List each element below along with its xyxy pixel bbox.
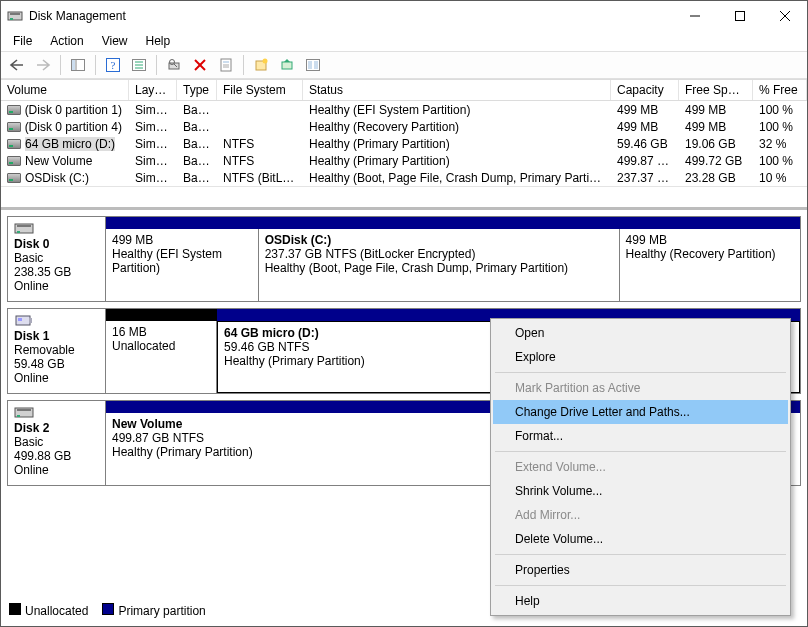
column-header-percent-free[interactable]: % Free: [753, 80, 807, 100]
column-header-status[interactable]: Status: [303, 80, 611, 100]
properties-button[interactable]: [214, 54, 238, 76]
disk-size: 238.35 GB: [14, 265, 99, 279]
context-menu-item[interactable]: Help: [493, 589, 788, 613]
partition[interactable]: OSDisk (C:)237.37 GB NTFS (BitLocker Enc…: [259, 229, 620, 301]
toolbar-separator: [60, 55, 61, 75]
new-volume-button[interactable]: [249, 54, 273, 76]
svg-rect-1: [10, 18, 13, 20]
svg-rect-36: [29, 318, 32, 323]
svg-line-6: [780, 11, 790, 21]
svg-rect-9: [72, 60, 75, 70]
volume-list[interactable]: (Disk 0 partition 1)SimpleBasicHealthy (…: [1, 101, 807, 186]
volume-row[interactable]: New VolumeSimpleBasicNTFSHealthy (Primar…: [1, 152, 807, 169]
toolbar-separator: [95, 55, 96, 75]
volume-row[interactable]: (Disk 0 partition 1)SimpleBasicHealthy (…: [1, 101, 807, 118]
drive-icon: [7, 105, 21, 115]
column-header-filesystem[interactable]: File System: [217, 80, 303, 100]
partition-status: Healthy (EFI System Partition): [112, 247, 252, 275]
drive-icon: [7, 139, 21, 149]
close-button[interactable]: [762, 2, 807, 30]
context-menu-separator: [495, 451, 786, 452]
context-menu-separator: [495, 585, 786, 586]
pane-splitter[interactable]: [1, 186, 807, 210]
partition-status: Healthy (Recovery Partition): [626, 247, 794, 261]
legend: Unallocated Primary partition: [7, 599, 208, 622]
menu-action[interactable]: Action: [42, 32, 91, 50]
context-menu-item[interactable]: Explore: [493, 345, 788, 369]
svg-rect-33: [17, 225, 31, 227]
legend-unallocated: Unallocated: [9, 603, 88, 618]
disk-row: Disk 0Basic238.35 GBOnline499 MBHealthy …: [7, 216, 801, 302]
column-header-layout[interactable]: Layout: [129, 80, 177, 100]
context-menu-item[interactable]: Properties: [493, 558, 788, 582]
svg-rect-27: [282, 62, 292, 69]
svg-rect-39: [17, 409, 31, 411]
window-title: Disk Management: [29, 9, 672, 23]
disk-icon: [14, 313, 34, 327]
detach-vhd-button[interactable]: [301, 54, 325, 76]
disk-info[interactable]: Disk 2Basic499.88 GBOnline: [8, 401, 106, 485]
back-button[interactable]: [5, 54, 29, 76]
app-icon: [7, 8, 23, 24]
legend-primary: Primary partition: [102, 603, 205, 618]
toolbar: ?: [1, 51, 807, 79]
volume-name: (Disk 0 partition 4): [25, 120, 122, 134]
volume-filesystem: [217, 124, 303, 130]
volume-freespace: 23.28 GB: [679, 168, 753, 188]
forward-button[interactable]: [31, 54, 55, 76]
context-menu-item[interactable]: Shrink Volume...: [493, 479, 788, 503]
title-bar: Disk Management: [1, 1, 807, 31]
disk-info[interactable]: Disk 1Removable59.48 GBOnline: [8, 309, 106, 393]
maximize-button[interactable]: [717, 2, 762, 30]
context-menu-item[interactable]: Delete Volume...: [493, 527, 788, 551]
column-header-volume[interactable]: Volume: [1, 80, 129, 100]
volume-name: New Volume: [25, 154, 92, 168]
context-menu-item[interactable]: Open: [493, 321, 788, 345]
column-header-type[interactable]: Type: [177, 80, 217, 100]
toolbar-separator: [243, 55, 244, 75]
volume-list-header: Volume Layout Type File System Status Ca…: [1, 79, 807, 101]
volume-row[interactable]: OSDisk (C:)SimpleBasicNTFS (BitLo...Heal…: [1, 169, 807, 186]
disk-icon: [14, 405, 34, 419]
volume-percent-free: 10 %: [753, 168, 807, 188]
toolbar-separator: [156, 55, 157, 75]
volume-name: (Disk 0 partition 1): [25, 103, 122, 117]
context-menu-item[interactable]: Change Drive Letter and Paths...: [493, 400, 788, 424]
context-menu-item: Extend Volume...: [493, 455, 788, 479]
volume-capacity: 237.37 GB: [611, 168, 679, 188]
partition-status: Unallocated: [112, 339, 210, 353]
drive-icon: [7, 173, 21, 183]
column-header-freespace[interactable]: Free Space: [679, 80, 753, 100]
svg-rect-35: [18, 318, 22, 321]
disk-status: Online: [14, 371, 99, 385]
disk-status: Online: [14, 279, 99, 293]
minimize-button[interactable]: [672, 2, 717, 30]
partition-size: 16 MB: [112, 325, 210, 339]
disk-info[interactable]: Disk 0Basic238.35 GBOnline: [8, 217, 106, 301]
svg-rect-30: [314, 61, 318, 69]
menu-view[interactable]: View: [94, 32, 136, 50]
partition-status: Healthy (Boot, Page File, Crash Dump, Pr…: [265, 261, 613, 275]
volume-row[interactable]: (Disk 0 partition 4)SimpleBasicHealthy (…: [1, 118, 807, 135]
disk-name: Disk 0: [14, 237, 99, 251]
show-hide-console-tree-button[interactable]: [66, 54, 90, 76]
context-menu-item[interactable]: Format...: [493, 424, 788, 448]
volume-row[interactable]: 64 GB micro (D:)SimpleBasicNTFSHealthy (…: [1, 135, 807, 152]
context-menu: OpenExploreMark Partition as ActiveChang…: [490, 318, 791, 616]
attach-vhd-button[interactable]: [275, 54, 299, 76]
delete-button[interactable]: [188, 54, 212, 76]
svg-rect-38: [17, 415, 20, 417]
settings-button[interactable]: [127, 54, 151, 76]
partition[interactable]: 499 MBHealthy (Recovery Partition): [620, 229, 800, 301]
column-header-capacity[interactable]: Capacity: [611, 80, 679, 100]
help-button[interactable]: ?: [101, 54, 125, 76]
explore-button[interactable]: [162, 54, 186, 76]
menu-help[interactable]: Help: [138, 32, 179, 50]
svg-text:?: ?: [111, 59, 116, 71]
volume-type: Basic: [177, 168, 217, 188]
partition[interactable]: 16 MBUnallocated: [106, 321, 217, 393]
disk-icon: [14, 221, 34, 235]
disk-status: Online: [14, 463, 99, 477]
menu-file[interactable]: File: [5, 32, 40, 50]
partition[interactable]: 499 MBHealthy (EFI System Partition): [106, 229, 259, 301]
